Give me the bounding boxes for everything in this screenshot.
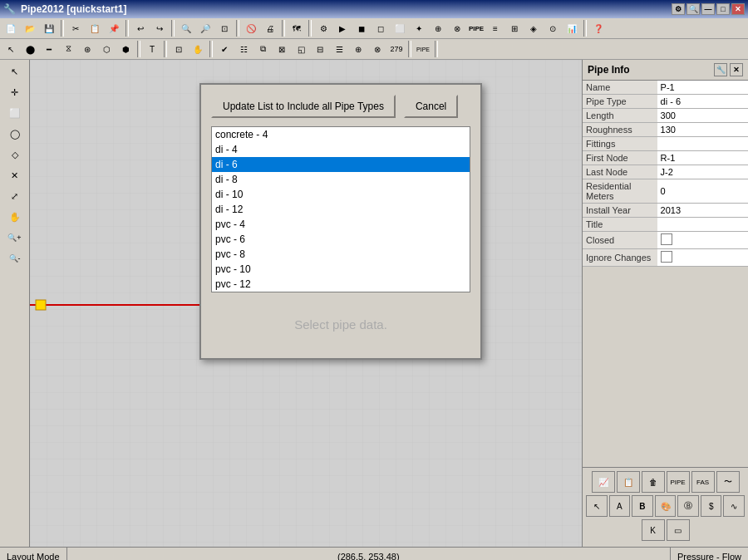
tb2-btn-c[interactable]: ⊠: [273, 40, 291, 58]
minimize-button[interactable]: —: [701, 3, 715, 15]
label-tool[interactable]: T: [143, 40, 161, 58]
pipe-check-btn[interactable]: ✔: [215, 40, 234, 58]
tb-btn-c[interactable]: ⬜: [391, 19, 409, 37]
tb2-btn-e[interactable]: ⊟: [311, 40, 329, 58]
pipe-info-field-value[interactable]: 2013: [657, 204, 748, 218]
cut-button[interactable]: ✂: [66, 19, 85, 37]
reservoir-tool[interactable]: ⬢: [116, 40, 135, 58]
rp-fas-btn[interactable]: FAS: [691, 471, 715, 493]
hand-tool[interactable]: ✋: [189, 40, 207, 58]
undo-button[interactable]: ↩: [131, 19, 150, 37]
tb2-btn-pipe-icon[interactable]: PIPE: [414, 40, 432, 58]
tool-pan[interactable]: ✋: [3, 207, 27, 227]
list-item[interactable]: di - 4: [212, 142, 470, 157]
pipe-info-field-value[interactable]: 130: [657, 123, 748, 137]
tb2-btn-a[interactable]: ☷: [234, 40, 253, 58]
redo-button[interactable]: ↪: [150, 19, 169, 37]
rp-rect-btn[interactable]: ▭: [667, 519, 690, 541]
tb-btn-d[interactable]: ✦: [410, 19, 428, 37]
rp-dollar-btn[interactable]: $: [701, 495, 722, 517]
new-button[interactable]: 📄: [2, 19, 20, 37]
list-item[interactable]: pvc - 10: [212, 262, 470, 277]
terrain-button[interactable]: 🗺: [288, 19, 306, 37]
tool-x[interactable]: ✕: [3, 165, 27, 185]
tb-btn-b[interactable]: ◻: [372, 19, 390, 37]
zoom-out-button[interactable]: 🔎: [196, 19, 214, 37]
tb-btn-e[interactable]: ⊕: [429, 19, 447, 37]
pipe-info-settings[interactable]: 🔧: [714, 63, 727, 76]
zoom-fit-button[interactable]: ⊡: [215, 19, 234, 37]
help-button[interactable]: ❓: [589, 19, 608, 37]
zoom-region-tool[interactable]: ⊡: [170, 40, 188, 58]
pipe-info-field-value[interactable]: P-1: [657, 81, 748, 95]
tb-btn-g[interactable]: ≡: [486, 19, 504, 37]
tb2-btn-f[interactable]: ☰: [330, 40, 348, 58]
copy-button[interactable]: 📋: [86, 19, 104, 37]
rp-a-btn[interactable]: A: [609, 495, 631, 517]
rp-palette-btn[interactable]: 🎨: [655, 495, 677, 517]
cancel-button[interactable]: Cancel: [404, 95, 458, 118]
run-button[interactable]: ▶: [333, 19, 352, 37]
valve-tool[interactable]: ⧖: [59, 40, 77, 58]
open-button[interactable]: 📂: [21, 19, 39, 37]
tb-btn-j[interactable]: ⊙: [544, 19, 562, 37]
list-item[interactable]: pvc - 4: [212, 217, 470, 232]
list-item[interactable]: di - 12: [212, 202, 470, 217]
list-item[interactable]: concrete - 4: [212, 127, 470, 142]
pipe-tool[interactable]: ━: [40, 40, 58, 58]
rp-b-btn[interactable]: B: [632, 495, 653, 517]
tb-btn-i[interactable]: ◈: [524, 19, 543, 37]
tool-square[interactable]: ⬜: [3, 103, 27, 123]
list-item[interactable]: pvc - 12: [212, 277, 470, 292]
rp-pipe-btn[interactable]: PIPE: [667, 471, 690, 493]
search-icon[interactable]: 🔍: [686, 3, 700, 15]
pipe-info-field-value[interactable]: 300: [657, 109, 748, 123]
tool-zoom-in[interactable]: 🔍+: [3, 228, 27, 248]
rp-wave2-btn[interactable]: ∿: [723, 495, 745, 517]
settings-icon[interactable]: ⚙: [672, 3, 685, 15]
properties-button[interactable]: ⚙: [314, 19, 332, 37]
paste-button[interactable]: 📌: [105, 19, 123, 37]
rp-cursor-btn[interactable]: ↖: [586, 495, 608, 517]
pipe-info-field-value[interactable]: [657, 218, 748, 232]
rp-trash-btn[interactable]: 🗑: [642, 471, 665, 493]
stop-button[interactable]: 🚫: [242, 19, 260, 37]
pipe-info-close[interactable]: ✕: [730, 63, 743, 76]
tank-tool[interactable]: ⬡: [97, 40, 116, 58]
tool-diamond[interactable]: ◇: [3, 145, 27, 165]
close-button[interactable]: ✕: [731, 3, 745, 15]
rp-table-btn[interactable]: 📋: [617, 471, 640, 493]
tb2-btn-b[interactable]: ⧉: [253, 40, 272, 58]
tb-btn-a[interactable]: ◼: [352, 19, 371, 37]
pipe-icon-btn[interactable]: PIPE: [467, 19, 485, 37]
list-item[interactable]: pvc - 6: [212, 232, 470, 247]
rp-chart-btn[interactable]: 📈: [592, 471, 615, 493]
save-button[interactable]: 💾: [40, 19, 58, 37]
pipe-info-field-value[interactable]: J-2: [657, 165, 748, 179]
pump-tool[interactable]: ⊛: [78, 40, 96, 58]
tb-btn-f[interactable]: ⊗: [448, 19, 466, 37]
pipe-info-field-value[interactable]: [657, 137, 748, 151]
rp-circle-b-btn[interactable]: Ⓑ: [677, 495, 699, 517]
rp-k-btn[interactable]: K: [642, 519, 665, 541]
pipe-info-field-value[interactable]: di - 6: [657, 95, 748, 109]
update-list-button[interactable]: Update List to Include all Pipe Types: [211, 95, 396, 118]
select-tool[interactable]: ↖: [2, 40, 20, 58]
tool-cross[interactable]: ✛: [3, 82, 27, 102]
tb-btn-k[interactable]: 📊: [563, 19, 581, 37]
tb2-btn-k[interactable]: 279: [387, 40, 406, 58]
pipe-list[interactable]: concrete - 4di - 4di - 6di - 8di - 10di …: [211, 126, 470, 292]
tool-move[interactable]: ⤢: [3, 186, 27, 206]
pipe-info-checkbox[interactable]: [661, 233, 672, 245]
restore-button[interactable]: □: [716, 3, 730, 15]
zoom-in-button[interactable]: 🔍: [177, 19, 195, 37]
tool-zoom-out[interactable]: 🔍-: [3, 248, 27, 268]
pipe-info-field-value[interactable]: R-1: [657, 151, 748, 165]
list-item[interactable]: di - 6: [212, 157, 470, 172]
tb-btn-h[interactable]: ⊞: [505, 19, 524, 37]
node-tool[interactable]: ⬤: [21, 40, 39, 58]
tool-circle[interactable]: ◯: [3, 124, 27, 144]
list-item[interactable]: di - 10: [212, 187, 470, 202]
list-item[interactable]: di - 8: [212, 172, 470, 187]
pipe-info-field-value[interactable]: 0: [657, 179, 748, 204]
